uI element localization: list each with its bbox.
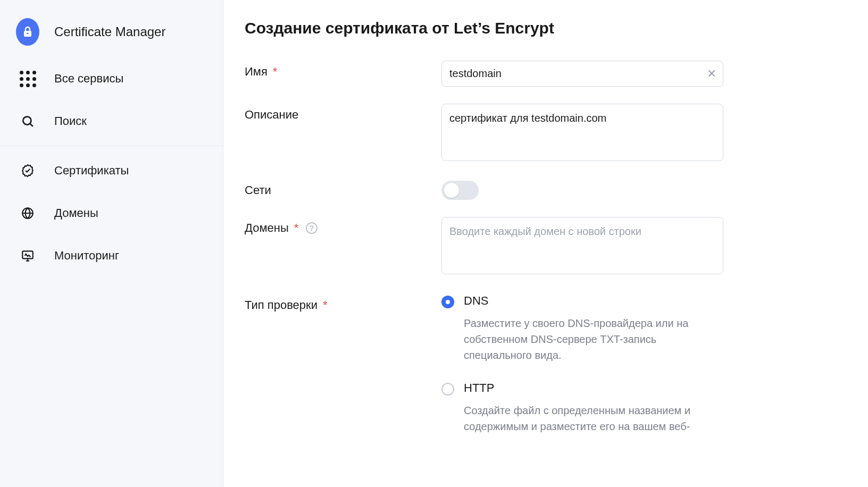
radio-option-dns[interactable]: DNS Разместите у своего DNS-провайдера и… (441, 294, 723, 363)
networks-toggle[interactable] (441, 181, 479, 200)
label-networks: Сети (245, 183, 441, 197)
search-icon (16, 110, 39, 133)
svg-line-3 (30, 123, 32, 126)
sidebar-item-certificates[interactable]: Сертификаты (0, 149, 223, 192)
label-name: Имя* (245, 61, 441, 79)
grid-icon (16, 67, 39, 90)
radio-http-desc: Создайте файл с определенным названием и… (464, 402, 723, 434)
row-description: Описание (245, 104, 847, 164)
sidebar: Certificate Manager Все сервисы Поиск Се… (0, 0, 223, 487)
svg-rect-5 (22, 251, 33, 258)
row-networks: Сети (245, 181, 847, 200)
sidebar-item-all-services[interactable]: Все сервисы (0, 57, 223, 100)
sidebar-item-label: Сертификаты (54, 164, 129, 178)
svg-point-2 (23, 116, 31, 124)
required-mark: * (294, 221, 299, 235)
radio-dns-title: DNS (464, 294, 723, 308)
sidebar-item-domains[interactable]: Домены (0, 192, 223, 234)
page-title: Создание сертификата от Let’s Encrypt (245, 19, 847, 37)
main-content: Создание сертификата от Let’s Encrypt Им… (223, 0, 868, 487)
svg-point-1 (27, 32, 28, 34)
radio-dns[interactable] (441, 296, 454, 308)
sidebar-app-title-label: Certificate Manager (54, 24, 165, 39)
label-description: Описание (245, 104, 441, 122)
label-domains: Домены* ? (245, 217, 441, 235)
help-icon[interactable]: ? (306, 222, 318, 234)
name-input[interactable] (441, 61, 723, 87)
sidebar-item-search[interactable]: Поиск (0, 100, 223, 142)
sidebar-app-title[interactable]: Certificate Manager (0, 11, 223, 57)
sidebar-item-monitoring[interactable]: Мониторинг (0, 234, 223, 277)
row-check-type: Тип проверки* DNS Разместите у своего DN… (245, 294, 847, 434)
globe-icon (16, 201, 39, 225)
radio-option-http[interactable]: HTTP Создайте файл с определенным назван… (441, 381, 723, 434)
row-name: Имя* ✕ (245, 61, 847, 87)
sidebar-item-label: Домены (54, 206, 98, 220)
description-input[interactable] (441, 104, 723, 161)
required-mark: * (323, 298, 328, 312)
radio-dns-desc: Разместите у своего DNS-провайдера или н… (464, 315, 723, 363)
row-domains: Домены* ? (245, 217, 847, 277)
domains-input[interactable] (441, 217, 723, 274)
sidebar-divider (0, 146, 223, 146)
clear-name-icon[interactable]: ✕ (705, 68, 718, 80)
sidebar-item-label: Все сервисы (54, 72, 123, 86)
sidebar-item-label: Поиск (54, 114, 87, 128)
toggle-knob (444, 183, 459, 198)
certificate-icon (16, 159, 39, 182)
label-check-type: Тип проверки* (245, 294, 441, 312)
monitoring-icon (16, 244, 39, 267)
radio-http[interactable] (441, 383, 454, 396)
sidebar-item-label: Мониторинг (54, 249, 119, 263)
required-mark: * (273, 65, 278, 79)
lock-icon (16, 20, 39, 44)
radio-http-title: HTTP (464, 381, 723, 395)
